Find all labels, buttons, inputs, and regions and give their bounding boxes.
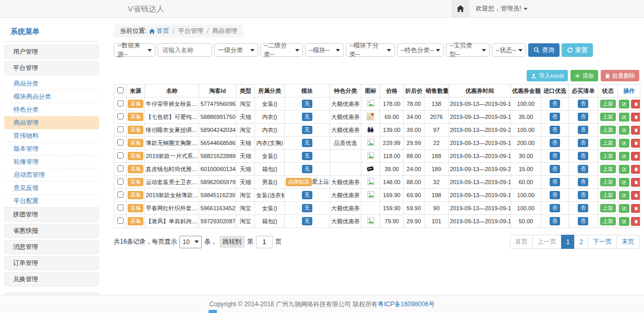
sidebar-subitem-8[interactable]: 轮播管理 [4,155,99,168]
jump-page-input[interactable] [256,236,273,248]
edit-button[interactable] [619,191,629,200]
add-button[interactable]: 添加 [570,70,598,81]
delete-button[interactable] [631,100,640,109]
jump-button[interactable]: 跳转到 [220,236,245,248]
pagination-btn-2[interactable]: 2 [574,235,588,249]
edit-button[interactable] [619,113,629,122]
sidebar-subitem-3[interactable]: 模块商品分类 [4,90,99,103]
import-pick-toggle[interactable]: 否 [550,204,560,212]
status-badge[interactable]: 上架 [600,217,616,225]
import-pick-toggle[interactable]: 否 [550,178,560,186]
pagination-btn-下一页[interactable]: 下一页 [588,235,617,249]
status-select[interactable]: --状态-- [492,43,526,57]
search-button[interactable]: 查询 [528,43,560,57]
reset-button[interactable]: 重置 [562,43,593,57]
import-pick-toggle[interactable]: 否 [550,191,560,199]
must-buy-toggle[interactable]: 否 [578,165,588,173]
user-menu[interactable]: 欢迎您，管理员! [469,4,534,13]
import-pick-toggle[interactable]: 否 [550,139,560,147]
row-checkbox[interactable] [117,165,124,172]
item-type-select[interactable]: --宝贝类型-- [446,43,490,57]
import-pick-toggle[interactable]: 否 [550,113,560,121]
import-pick-toggle[interactable]: 否 [550,126,560,134]
edit-button[interactable] [619,100,629,109]
delete-button[interactable] [631,152,640,161]
module-none-badge[interactable]: 无 [302,113,312,121]
row-checkbox[interactable] [117,218,124,224]
delete-button[interactable] [631,178,640,187]
edit-button[interactable] [619,204,629,213]
sidebar-group-0[interactable]: 用户管理 [4,45,99,59]
import-pick-toggle[interactable]: 否 [550,165,560,173]
sidebar-group-1[interactable]: 平台管理 [4,61,99,75]
pagination-btn-末页[interactable]: 末页 [616,235,639,249]
import-excel-button[interactable]: 导入excel [527,70,568,81]
sidebar-subitem-9[interactable]: 启动页管理 [4,168,99,182]
sidebar-group-15[interactable]: 订单管理 [4,256,99,270]
breadcrumb-home-link[interactable]: 首页 [149,27,169,35]
row-checkbox[interactable] [117,152,124,159]
delete-button[interactable] [631,165,640,174]
edit-button[interactable] [619,126,629,135]
delete-button[interactable] [631,139,640,148]
must-buy-toggle[interactable]: 否 [578,191,588,199]
module-none-badge[interactable]: 无 [302,217,312,225]
module-none-badge[interactable]: 无 [302,126,312,134]
status-badge[interactable]: 上架 [600,165,616,173]
edit-button[interactable] [619,152,629,161]
must-buy-toggle[interactable]: 否 [578,126,588,134]
row-checkbox[interactable] [117,113,124,119]
data-source-select[interactable]: --数据来源-- [114,43,155,57]
status-badge[interactable]: 上架 [600,113,616,121]
must-buy-toggle[interactable]: 否 [578,178,588,186]
module-sub-category-select[interactable]: --模块下分类-- [346,43,395,57]
must-buy-toggle[interactable]: 否 [578,113,588,121]
status-badge[interactable]: 上架 [600,126,616,134]
edit-button[interactable] [619,217,629,226]
delete-button[interactable] [631,113,640,122]
sidebar-subitem-7[interactable]: 版本管理 [4,142,99,155]
sidebar-group-13[interactable]: 省惠快报 [4,224,99,238]
must-buy-toggle[interactable]: 否 [578,152,588,160]
import-pick-toggle[interactable]: 否 [550,100,560,108]
feature-category-select[interactable]: --特色分类-- [397,43,444,57]
module-none-badge[interactable]: 无 [302,165,312,173]
delete-button[interactable] [631,126,640,135]
row-checkbox[interactable] [117,126,124,133]
must-buy-toggle[interactable]: 否 [578,100,588,108]
status-badge[interactable]: 上架 [600,100,616,108]
batch-delete-button[interactable]: 批量删除 [601,70,639,81]
row-checkbox[interactable] [117,178,124,185]
sidebar-subitem-11[interactable]: 平台配置 [4,195,99,208]
sidebar-group-12[interactable]: 拼团管理 [4,208,99,222]
sidebar-subitem-4[interactable]: 特色分类 [4,103,99,116]
sidebar-group-14[interactable]: 消息管理 [4,240,99,254]
module-select[interactable]: --模块-- [305,43,344,57]
select-all-checkbox[interactable] [117,87,124,93]
import-pick-toggle[interactable]: 否 [550,152,560,160]
row-checkbox[interactable] [117,100,124,106]
sidebar-subitem-2[interactable]: 商品分类 [4,77,99,90]
home-button[interactable] [452,0,469,17]
sidebar-subitem-active[interactable]: 商品管理 [4,116,99,129]
delete-button[interactable] [631,204,640,213]
pagination-btn-上一页[interactable]: 上一页 [532,235,562,249]
module-none-badge[interactable]: 无 [302,204,312,212]
module-none-badge[interactable]: 无 [302,152,312,160]
level1-category-select[interactable]: 一级分类 [214,43,258,57]
sidebar-group-16[interactable]: 兑换管理 [4,272,99,286]
module-none-badge[interactable]: 无 [302,100,312,108]
delete-button[interactable] [631,217,640,226]
status-badge[interactable]: 上架 [600,139,616,147]
sidebar-subitem-6[interactable]: 宣传物料 [4,129,99,142]
row-checkbox[interactable] [117,204,124,211]
row-checkbox[interactable] [117,139,124,146]
delete-button[interactable] [631,191,640,200]
status-badge[interactable]: 上架 [600,178,616,186]
edit-button[interactable] [619,178,629,187]
name-input[interactable] [157,43,212,57]
module-none-badge[interactable]: 无 [302,139,312,147]
per-page-select[interactable]: 10 [179,236,201,248]
icp-link[interactable]: 粤ICP备16098006号 [378,300,434,309]
edit-button[interactable] [619,139,629,148]
